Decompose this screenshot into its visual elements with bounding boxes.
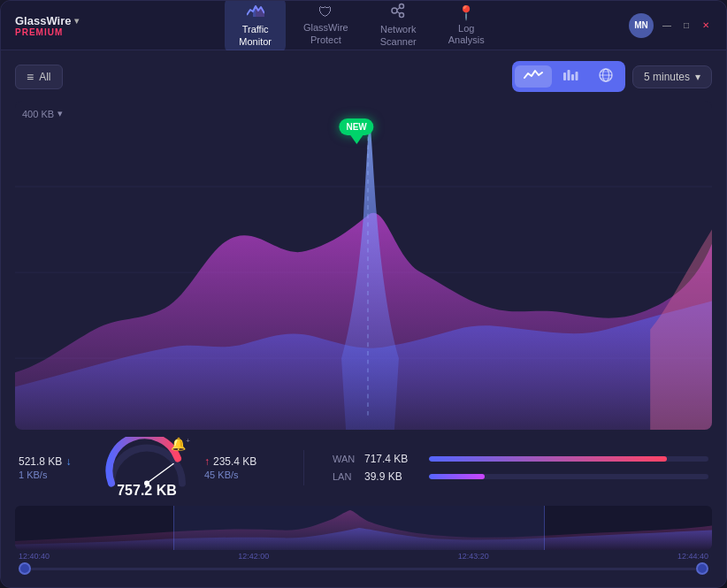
new-badge: NEW <box>339 118 373 135</box>
svg-rect-7 <box>563 73 566 80</box>
gauge-section: 🔔+ 757.2 KB <box>89 437 204 499</box>
chart-type-globe-button[interactable] <box>589 64 623 89</box>
traffic-monitor-label: TrafficMonitor <box>239 24 272 47</box>
log-analysis-label: LogAnalysis <box>448 23 485 46</box>
app-name-text: GlassWire <box>15 14 71 27</box>
download-speed: 1 KB/s <box>19 470 89 480</box>
gauge-value: 757.2 KB <box>117 483 177 499</box>
mini-x-label-2: 12:42:00 <box>238 552 269 561</box>
svg-rect-10 <box>575 72 578 80</box>
new-event-marker: NEW <box>339 118 373 144</box>
svg-line-6 <box>397 11 400 14</box>
y-axis-label: 400 KB ▾ <box>22 108 63 119</box>
lan-value: 39.9 KB <box>364 470 422 483</box>
svg-rect-9 <box>571 74 574 80</box>
filter-label: All <box>39 71 50 83</box>
wan-progress-fill <box>429 456 667 462</box>
svg-line-19 <box>147 464 173 484</box>
network-scanner-label: Network Scanner <box>380 24 417 47</box>
main-content: ≡ All <box>1 50 726 587</box>
wan-value: 717.4 KB <box>364 453 422 465</box>
filter-button[interactable]: ≡ All <box>15 65 63 89</box>
wan-row: WAN 717.4 KB <box>333 453 708 465</box>
lan-progress-bg <box>429 474 708 479</box>
chart-area: 400 KB ▾ NEW <box>15 101 712 430</box>
mini-chart-wrapper <box>15 506 712 550</box>
svg-point-3 <box>400 4 404 9</box>
chart-type-bar-button[interactable] <box>554 65 587 88</box>
stats-divider <box>303 450 304 485</box>
nav-log-analysis[interactable]: 📍 LogAnalysis <box>434 0 499 51</box>
app-title[interactable]: GlassWire ▾ <box>15 14 95 27</box>
download-total: 521.8 KB <box>19 455 62 468</box>
stats-bar: 521.8 KB ↓ 1 KB/s 🔔+ <box>15 430 712 502</box>
shield-icon: 🛡 <box>318 4 333 20</box>
app-window: GlassWire ▾ PREMIUM TrafficMonitor 🛡 Gla… <box>0 0 727 588</box>
avatar[interactable]: MN <box>629 13 654 38</box>
bell-icon[interactable]: 🔔+ <box>171 437 190 451</box>
maximize-button[interactable]: □ <box>680 19 693 32</box>
app-name-chevron-icon: ▾ <box>74 16 79 26</box>
traffic-monitor-icon <box>247 3 264 22</box>
time-selector[interactable]: 5 minutes ▾ <box>632 65 712 88</box>
mini-x-label-3: 12:43:20 <box>458 552 489 561</box>
scroll-handle-right[interactable] <box>696 562 708 575</box>
network-scanner-icon <box>389 3 407 22</box>
filter-icon: ≡ <box>27 70 34 84</box>
scroll-track[interactable] <box>31 568 696 570</box>
wan-progress-bg <box>429 456 708 462</box>
upload-arrow-icon: ↑ <box>204 455 210 468</box>
log-analysis-icon: 📍 <box>457 4 475 21</box>
upload-speed: 45 KB/s <box>204 470 293 480</box>
time-selector-label: 5 minutes <box>644 71 690 83</box>
upload-total: 235.4 KB <box>213 455 256 468</box>
lan-progress-fill <box>429 474 485 479</box>
svg-point-4 <box>400 13 404 18</box>
app-tier-badge: PREMIUM <box>15 27 95 37</box>
svg-line-5 <box>397 8 400 11</box>
svg-point-2 <box>392 8 397 13</box>
nav-bar: TrafficMonitor 🛡 GlassWireProtect Networ… <box>95 0 629 53</box>
chart-type-group <box>512 61 625 92</box>
close-button[interactable]: ✕ <box>700 19 712 32</box>
marker-pin-icon <box>350 135 363 144</box>
y-axis-chevron-icon: ▾ <box>57 108 63 119</box>
mini-chart-svg <box>15 506 712 550</box>
lan-row: LAN 39.9 KB <box>333 470 708 483</box>
title-bar: GlassWire ▾ PREMIUM TrafficMonitor 🛡 Gla… <box>1 1 726 50</box>
nav-glasswire-protect[interactable]: 🛡 GlassWireProtect <box>289 0 363 51</box>
download-arrow-icon: ↓ <box>65 455 71 468</box>
mini-x-axis: 12:40:40 12:42:00 12:43:20 12:44:40 <box>15 550 712 561</box>
chart-type-line-button[interactable] <box>515 65 552 88</box>
download-stats: 521.8 KB ↓ 1 KB/s <box>19 455 89 480</box>
y-axis-value: 400 KB <box>22 109 54 119</box>
svg-rect-8 <box>567 70 570 80</box>
mini-x-label-4: 12:44:40 <box>677 552 708 561</box>
nav-network-scanner[interactable]: Network Scanner <box>366 0 431 53</box>
title-bar-left: GlassWire ▾ PREMIUM <box>15 14 95 37</box>
scroll-handles <box>15 561 712 577</box>
lan-label: LAN <box>333 471 357 482</box>
mini-x-label-1: 12:40:40 <box>19 552 50 561</box>
nav-traffic-monitor[interactable]: TrafficMonitor <box>225 0 286 53</box>
toolbar: ≡ All <box>15 61 712 92</box>
wan-lan-section: WAN 717.4 KB LAN 39.9 KB <box>333 453 708 483</box>
glasswire-protect-label: GlassWireProtect <box>303 22 348 45</box>
main-chart-svg <box>15 101 712 430</box>
scroll-handle-left[interactable] <box>19 562 31 575</box>
wan-label: WAN <box>333 454 357 464</box>
time-chevron-icon: ▾ <box>695 71 700 83</box>
svg-rect-21 <box>174 506 545 550</box>
upload-stats: ↑ 235.4 KB 45 KB/s <box>204 455 293 480</box>
minimize-button[interactable]: — <box>661 19 673 32</box>
window-controls: MN — □ ✕ <box>629 13 712 38</box>
